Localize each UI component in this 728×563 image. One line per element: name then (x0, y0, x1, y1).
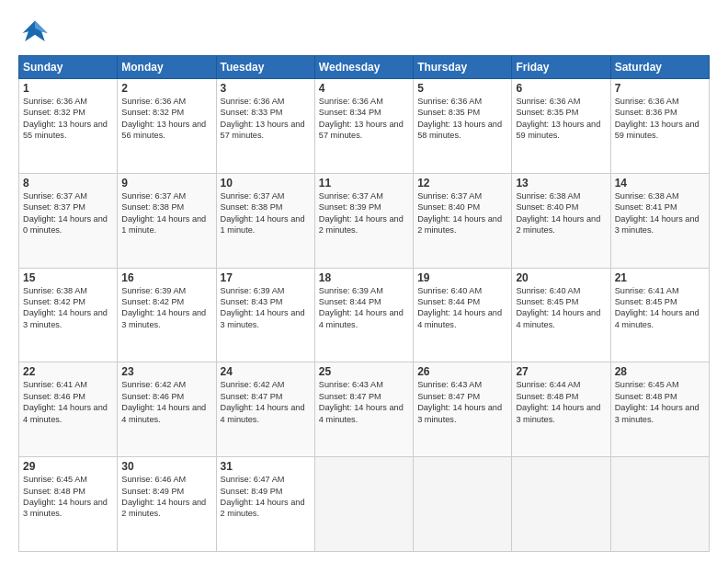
cell-content: Sunrise: 6:36 AMSunset: 8:35 PMDaylight:… (516, 96, 606, 142)
calendar-cell: 5Sunrise: 6:36 AMSunset: 8:35 PMDaylight… (414, 79, 512, 174)
calendar-cell: 31Sunrise: 6:47 AMSunset: 8:49 PMDayligh… (216, 457, 314, 552)
calendar-cell: 29Sunrise: 6:45 AMSunset: 8:48 PMDayligh… (19, 457, 118, 552)
cell-content: Sunrise: 6:45 AMSunset: 8:48 PMDaylight:… (615, 379, 705, 425)
calendar-cell: 17Sunrise: 6:39 AMSunset: 8:43 PMDayligh… (216, 268, 314, 362)
cell-content: Sunrise: 6:38 AMSunset: 8:41 PMDaylight:… (615, 190, 705, 236)
calendar-cell: 13Sunrise: 6:38 AMSunset: 8:40 PMDayligh… (512, 173, 610, 268)
cell-content: Sunrise: 6:40 AMSunset: 8:44 PMDaylight:… (417, 285, 507, 331)
cell-content: Sunrise: 6:41 AMSunset: 8:46 PMDaylight:… (23, 379, 113, 425)
day-number: 5 (417, 82, 507, 95)
calendar-day-header: Sunday (19, 56, 118, 79)
calendar-cell: 26Sunrise: 6:43 AMSunset: 8:47 PMDayligh… (414, 362, 512, 457)
day-number: 10 (221, 177, 311, 190)
cell-content: Sunrise: 6:38 AMSunset: 8:42 PMDaylight:… (23, 285, 113, 331)
day-number: 1 (23, 82, 113, 95)
calendar-cell: 21Sunrise: 6:41 AMSunset: 8:45 PMDayligh… (610, 268, 709, 362)
day-number: 29 (23, 460, 113, 473)
cell-content: Sunrise: 6:46 AMSunset: 8:49 PMDaylight:… (121, 474, 211, 520)
calendar-cell (512, 457, 610, 552)
day-number: 27 (516, 365, 606, 378)
day-number: 23 (121, 365, 211, 378)
calendar-day-header: Monday (118, 56, 216, 79)
cell-content: Sunrise: 6:37 AMSunset: 8:38 PMDaylight:… (121, 190, 211, 236)
calendar-cell: 24Sunrise: 6:42 AMSunset: 8:47 PMDayligh… (216, 362, 314, 457)
cell-content: Sunrise: 6:45 AMSunset: 8:48 PMDaylight:… (23, 474, 113, 520)
day-number: 19 (417, 271, 507, 284)
calendar-day-header: Thursday (414, 56, 512, 79)
calendar-cell (314, 457, 413, 552)
day-number: 22 (23, 365, 113, 378)
day-number: 4 (319, 82, 409, 95)
calendar-cell: 23Sunrise: 6:42 AMSunset: 8:46 PMDayligh… (118, 362, 216, 457)
day-number: 20 (516, 271, 606, 284)
cell-content: Sunrise: 6:38 AMSunset: 8:40 PMDaylight:… (516, 190, 606, 236)
calendar-week-row: 29Sunrise: 6:45 AMSunset: 8:48 PMDayligh… (19, 457, 710, 552)
calendar-cell: 2Sunrise: 6:36 AMSunset: 8:32 PMDaylight… (118, 79, 216, 174)
calendar-cell: 9Sunrise: 6:37 AMSunset: 8:38 PMDaylight… (118, 173, 216, 268)
day-number: 25 (319, 365, 409, 378)
calendar-day-header: Saturday (610, 56, 709, 79)
calendar-cell: 8Sunrise: 6:37 AMSunset: 8:37 PMDaylight… (19, 173, 118, 268)
calendar-cell: 7Sunrise: 6:36 AMSunset: 8:36 PMDaylight… (610, 79, 709, 174)
cell-content: Sunrise: 6:36 AMSunset: 8:36 PMDaylight:… (615, 96, 705, 142)
calendar-week-row: 22Sunrise: 6:41 AMSunset: 8:46 PMDayligh… (19, 362, 710, 457)
day-number: 21 (615, 271, 705, 284)
calendar-cell: 15Sunrise: 6:38 AMSunset: 8:42 PMDayligh… (19, 268, 118, 362)
calendar-cell: 19Sunrise: 6:40 AMSunset: 8:44 PMDayligh… (414, 268, 512, 362)
cell-content: Sunrise: 6:40 AMSunset: 8:45 PMDaylight:… (516, 285, 606, 331)
cell-content: Sunrise: 6:42 AMSunset: 8:46 PMDaylight:… (121, 379, 211, 425)
cell-content: Sunrise: 6:36 AMSunset: 8:32 PMDaylight:… (23, 96, 113, 142)
cell-content: Sunrise: 6:39 AMSunset: 8:43 PMDaylight:… (221, 285, 311, 331)
cell-content: Sunrise: 6:39 AMSunset: 8:42 PMDaylight:… (121, 285, 211, 331)
calendar-day-header: Tuesday (216, 56, 314, 79)
day-number: 18 (319, 271, 409, 284)
day-number: 31 (221, 460, 311, 473)
cell-content: Sunrise: 6:37 AMSunset: 8:37 PMDaylight:… (23, 190, 113, 236)
calendar-cell: 28Sunrise: 6:45 AMSunset: 8:48 PMDayligh… (610, 362, 709, 457)
day-number: 7 (615, 82, 705, 95)
day-number: 12 (417, 177, 507, 190)
calendar-cell: 1Sunrise: 6:36 AMSunset: 8:32 PMDaylight… (19, 79, 118, 174)
cell-content: Sunrise: 6:47 AMSunset: 8:49 PMDaylight:… (221, 474, 311, 520)
cell-content: Sunrise: 6:37 AMSunset: 8:39 PMDaylight:… (319, 190, 409, 236)
day-number: 3 (221, 82, 311, 95)
cell-content: Sunrise: 6:42 AMSunset: 8:47 PMDaylight:… (221, 379, 311, 425)
calendar-week-row: 1Sunrise: 6:36 AMSunset: 8:32 PMDaylight… (19, 79, 710, 174)
calendar-cell: 3Sunrise: 6:36 AMSunset: 8:33 PMDaylight… (216, 79, 314, 174)
calendar-cell (414, 457, 512, 552)
logo (18, 17, 54, 50)
calendar-cell: 18Sunrise: 6:39 AMSunset: 8:44 PMDayligh… (314, 268, 413, 362)
calendar-cell: 12Sunrise: 6:37 AMSunset: 8:40 PMDayligh… (414, 173, 512, 268)
calendar-cell: 16Sunrise: 6:39 AMSunset: 8:42 PMDayligh… (118, 268, 216, 362)
day-number: 28 (615, 365, 705, 378)
cell-content: Sunrise: 6:37 AMSunset: 8:40 PMDaylight:… (417, 190, 507, 236)
calendar-cell: 14Sunrise: 6:38 AMSunset: 8:41 PMDayligh… (610, 173, 709, 268)
cell-content: Sunrise: 6:36 AMSunset: 8:35 PMDaylight:… (417, 96, 507, 142)
cell-content: Sunrise: 6:44 AMSunset: 8:48 PMDaylight:… (516, 379, 606, 425)
calendar-table: SundayMondayTuesdayWednesdayThursdayFrid… (18, 55, 710, 552)
day-number: 11 (319, 177, 409, 190)
day-number: 24 (221, 365, 311, 378)
day-number: 16 (121, 271, 211, 284)
day-number: 30 (121, 460, 211, 473)
cell-content: Sunrise: 6:36 AMSunset: 8:33 PMDaylight:… (221, 96, 311, 142)
calendar-header-row: SundayMondayTuesdayWednesdayThursdayFrid… (19, 56, 710, 79)
calendar-day-header: Wednesday (314, 56, 413, 79)
day-number: 2 (121, 82, 211, 95)
day-number: 26 (417, 365, 507, 378)
day-number: 14 (615, 177, 705, 190)
calendar-week-row: 15Sunrise: 6:38 AMSunset: 8:42 PMDayligh… (19, 268, 710, 362)
header (18, 17, 710, 50)
cell-content: Sunrise: 6:39 AMSunset: 8:44 PMDaylight:… (319, 285, 409, 331)
cell-content: Sunrise: 6:41 AMSunset: 8:45 PMDaylight:… (615, 285, 705, 331)
calendar-cell: 20Sunrise: 6:40 AMSunset: 8:45 PMDayligh… (512, 268, 610, 362)
calendar-cell: 11Sunrise: 6:37 AMSunset: 8:39 PMDayligh… (314, 173, 413, 268)
day-number: 15 (23, 271, 113, 284)
cell-content: Sunrise: 6:43 AMSunset: 8:47 PMDaylight:… (417, 379, 507, 425)
cell-content: Sunrise: 6:36 AMSunset: 8:32 PMDaylight:… (121, 96, 211, 142)
day-number: 17 (221, 271, 311, 284)
calendar-cell: 25Sunrise: 6:43 AMSunset: 8:47 PMDayligh… (314, 362, 413, 457)
day-number: 9 (121, 177, 211, 190)
calendar-cell (610, 457, 709, 552)
calendar-cell: 27Sunrise: 6:44 AMSunset: 8:48 PMDayligh… (512, 362, 610, 457)
